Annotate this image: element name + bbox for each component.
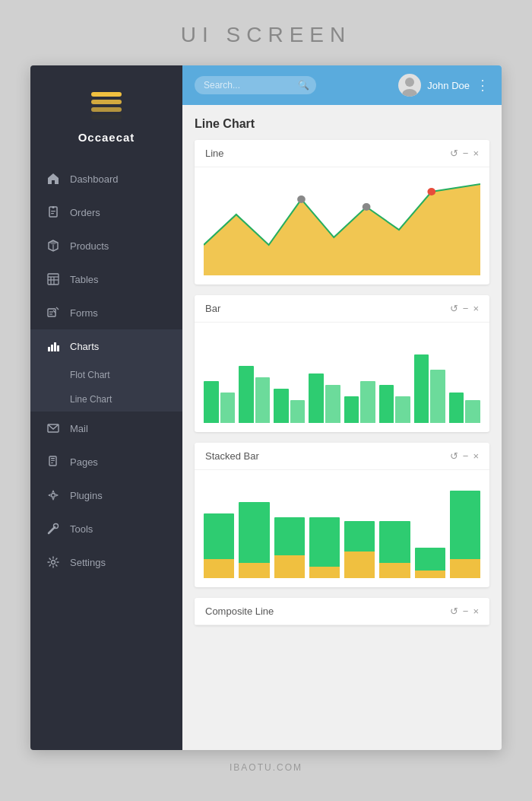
pages-icon <box>46 454 61 469</box>
plugins-icon <box>46 488 61 503</box>
chart-controls-bar[interactable]: ↺ − × <box>450 303 479 314</box>
chart-controls-stacked[interactable]: ↺ − × <box>450 450 479 462</box>
stacked-top <box>204 513 234 559</box>
svg-rect-7 <box>51 211 55 211</box>
svg-rect-27 <box>51 460 55 461</box>
svg-line-30 <box>49 527 55 533</box>
svg-point-29 <box>52 494 55 497</box>
stacked-bottom <box>309 567 340 578</box>
refresh-icon[interactable]: ↺ <box>450 450 458 462</box>
chart-card-line: Line ↺ − × <box>195 140 489 284</box>
bar-group-8 <box>449 393 480 423</box>
sidebar-item-charts[interactable]: Charts <box>30 329 182 363</box>
sidebar-item-settings[interactable]: Settings <box>30 545 182 579</box>
svg-point-33 <box>405 78 414 87</box>
svg-point-32 <box>52 561 55 564</box>
chart-controls-line[interactable]: ↺ − × <box>450 148 479 159</box>
sidebar-item-tools[interactable]: Tools <box>30 512 182 545</box>
sidebar-item-label: Pages <box>70 456 98 468</box>
chart-card-composite: Composite Line ↺ − × <box>195 598 489 625</box>
chart-body-bar <box>195 323 489 432</box>
stacked-bar <box>415 548 445 578</box>
close-icon[interactable]: × <box>473 303 479 314</box>
stacked-bottom <box>415 571 445 578</box>
watermark: IBAOTU.COM <box>230 762 302 773</box>
chart-controls-composite[interactable]: ↺ − × <box>450 606 479 617</box>
chart-header-line: Line ↺ − × <box>195 140 489 167</box>
avatar <box>398 74 421 97</box>
charts-submenu: Flot Chart Line Chart <box>30 363 182 412</box>
bar <box>360 381 375 423</box>
bar <box>204 381 219 423</box>
sidebar-subitem-line-chart[interactable]: Line Chart <box>30 387 182 412</box>
sidebar-item-plugins[interactable]: Plugins <box>30 478 182 512</box>
refresh-icon[interactable]: ↺ <box>450 148 458 159</box>
svg-rect-23 <box>57 345 59 351</box>
minimize-icon[interactable]: − <box>463 450 469 462</box>
search-box[interactable]: 🔍 <box>195 76 316 94</box>
bar <box>309 373 324 423</box>
home-icon <box>46 171 61 186</box>
box-icon <box>46 238 61 253</box>
bar-group-3 <box>274 389 305 423</box>
sidebar-item-dashboard[interactable]: Dashboard <box>30 162 182 195</box>
sidebar-item-label: Plugins <box>70 490 103 501</box>
chart-card-bar: Bar ↺ − × <box>195 295 489 432</box>
search-icon: 🔍 <box>298 80 309 91</box>
svg-rect-2 <box>91 100 122 104</box>
refresh-icon[interactable]: ↺ <box>450 303 458 314</box>
user-name: John Doe <box>427 80 470 91</box>
svg-rect-28 <box>51 462 53 463</box>
stacked-bar <box>239 502 269 578</box>
sidebar-item-label: Products <box>70 240 109 252</box>
sidebar-item-pages[interactable]: Pages <box>30 445 182 478</box>
bar <box>430 370 445 423</box>
search-input[interactable] <box>204 80 295 91</box>
sidebar-item-label: Charts <box>70 341 99 352</box>
page-title: UI SCREEN <box>181 23 351 47</box>
bar <box>465 400 480 423</box>
sidebar-item-forms[interactable]: Forms <box>30 296 182 329</box>
stacked-bar <box>204 513 234 578</box>
close-icon[interactable]: × <box>473 148 479 159</box>
stacked-bar-chart <box>204 479 480 578</box>
logo-icon <box>87 87 125 125</box>
forms-icon <box>46 305 61 320</box>
page-wrapper: UI SCREEN Occaecat <box>0 0 532 801</box>
stacked-top <box>309 517 340 567</box>
minimize-icon[interactable]: − <box>463 148 469 159</box>
minimize-icon[interactable]: − <box>463 606 469 617</box>
svg-line-16 <box>56 307 59 310</box>
close-icon[interactable]: × <box>473 450 479 462</box>
svg-rect-3 <box>91 107 122 112</box>
mail-icon <box>46 421 61 436</box>
chart-title-composite: Composite Line <box>205 606 274 617</box>
refresh-icon[interactable]: ↺ <box>450 606 458 617</box>
sidebar-subitem-flot-chart[interactable]: Flot Chart <box>30 363 182 387</box>
svg-rect-1 <box>91 92 122 97</box>
svg-point-37 <box>363 203 371 211</box>
sidebar-item-label: Tables <box>70 274 99 285</box>
logo-name: Occaecat <box>78 131 135 144</box>
chart-title-stacked: Stacked Bar <box>205 450 259 462</box>
sidebar-item-tables[interactable]: Tables <box>30 262 182 296</box>
sidebar-item-orders[interactable]: Orders <box>30 195 182 229</box>
bar <box>414 354 429 423</box>
bar <box>379 385 394 423</box>
sidebar-item-label: Dashboard <box>70 173 119 185</box>
orders-icon <box>46 205 61 220</box>
stacked-top <box>274 517 305 555</box>
sidebar-logo: Occaecat <box>30 65 182 162</box>
stacked-bar <box>274 517 305 578</box>
bar <box>274 389 289 423</box>
stacked-bottom <box>204 559 234 578</box>
chart-header-composite: Composite Line ↺ − × <box>195 598 489 625</box>
bar <box>290 400 306 423</box>
settings-icon <box>46 555 61 570</box>
content-area: Line Chart Line ↺ − × <box>182 105 502 750</box>
sidebar-item-mail[interactable]: Mail <box>30 412 182 445</box>
close-icon[interactable]: × <box>473 606 479 617</box>
sidebar-item-products[interactable]: Products <box>30 229 182 262</box>
user-menu-icon[interactable]: ⋮ <box>476 78 489 92</box>
minimize-icon[interactable]: − <box>463 303 469 314</box>
